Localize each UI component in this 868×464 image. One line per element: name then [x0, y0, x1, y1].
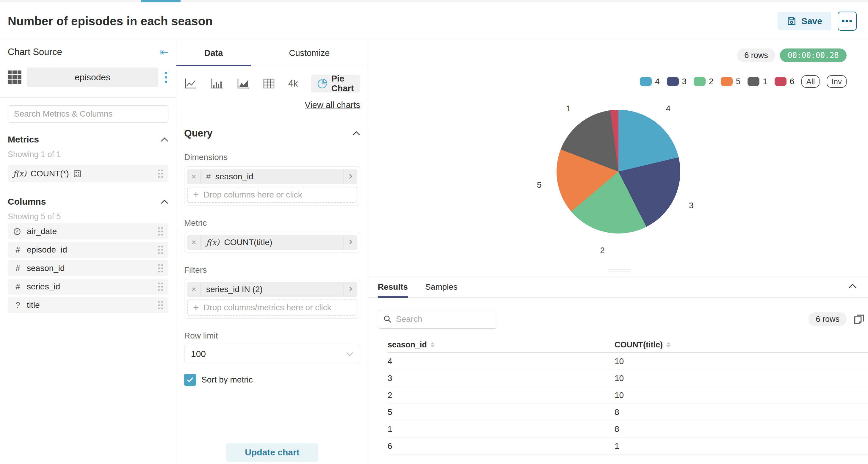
- calculated-metric-icon: [73, 169, 82, 178]
- legend-swatch: [667, 77, 679, 86]
- query-collapse-icon[interactable]: [352, 131, 360, 136]
- tab-data[interactable]: Data: [176, 40, 251, 66]
- copy-icon[interactable]: [852, 312, 866, 326]
- remove-icon[interactable]: ×: [187, 282, 201, 297]
- pie-chart[interactable]: [557, 110, 680, 234]
- legend-item[interactable]: 6: [775, 77, 795, 86]
- legend-swatch: [640, 77, 652, 86]
- table-row[interactable]: 3 10: [388, 370, 868, 387]
- column-label: title: [27, 301, 40, 310]
- big-number-chart-icon[interactable]: 4k: [288, 78, 298, 89]
- dataset-selector[interactable]: episodes: [27, 67, 158, 87]
- sort-by-metric-control[interactable]: Sort by metric: [184, 374, 360, 386]
- column-list-item[interactable]: air_date: [8, 223, 168, 240]
- number-type-icon: #: [13, 264, 23, 273]
- legend-swatch: [775, 77, 786, 86]
- row-count-badge: 6 rows: [737, 49, 775, 62]
- tab-samples[interactable]: Samples: [425, 277, 458, 297]
- cell-count: 10: [615, 374, 868, 383]
- number-type-icon: #: [13, 245, 23, 255]
- update-chart-button[interactable]: Update chart: [226, 443, 318, 462]
- row-limit-value: 100: [191, 349, 206, 359]
- table-row[interactable]: 1 8: [388, 421, 868, 438]
- filters-control: × series_id IN (2) › + Drop columns/metr…: [184, 279, 360, 318]
- more-menu-button[interactable]: •••: [838, 11, 857, 31]
- pie-chart-container: 6 rows 00:00:00.28 4 3 2: [368, 40, 868, 277]
- bar-chart-icon[interactable]: [210, 78, 223, 90]
- filters-drop-zone[interactable]: + Drop columns/metrics here or click: [187, 300, 357, 316]
- metrics-collapse-icon[interactable]: [161, 137, 168, 142]
- drop-zone-label: Drop columns here or click: [204, 190, 302, 199]
- legend-swatch: [694, 77, 706, 86]
- remove-icon[interactable]: ×: [187, 235, 201, 250]
- tab-customize[interactable]: Customize: [251, 40, 368, 66]
- table-row[interactable]: 2 10: [388, 387, 868, 404]
- column-header-count-title[interactable]: COUNT(title): [615, 340, 868, 349]
- dimensions-drop-zone[interactable]: + Drop columns here or click: [187, 187, 357, 203]
- table-row[interactable]: 5 8: [388, 404, 868, 421]
- selected-viz-pie-chart[interactable]: Pie Chart: [311, 75, 360, 93]
- drag-handle-icon[interactable]: [158, 169, 163, 178]
- filter-chip-series-id[interactable]: × series_id IN (2) ›: [187, 282, 357, 297]
- chevron-right-icon[interactable]: ›: [344, 282, 357, 297]
- metrics-showing-count: Showing 1 of 1: [8, 150, 168, 159]
- metric-chip-count-title[interactable]: × ƒ(x) COUNT(title) ›: [187, 235, 357, 250]
- tab-results[interactable]: Results: [378, 277, 408, 297]
- sort-by-metric-label: Sort by metric: [202, 375, 253, 384]
- pie-slice-label: 3: [689, 201, 694, 210]
- area-chart-icon[interactable]: [237, 78, 250, 90]
- legend-item[interactable]: 3: [667, 77, 687, 86]
- drag-handle-icon[interactable]: [158, 264, 163, 273]
- cell-count: 10: [615, 357, 868, 366]
- view-all-charts-link[interactable]: View all charts: [305, 100, 360, 110]
- legend-label: 3: [682, 77, 687, 86]
- panel-resize-handle[interactable]: [608, 269, 630, 274]
- legend-item[interactable]: 2: [694, 77, 714, 86]
- filter-chip-label: series_id IN (2): [206, 285, 263, 294]
- dimension-chip-season-id[interactable]: × # season_id ›: [187, 169, 357, 184]
- row-limit-select[interactable]: 100: [184, 345, 360, 363]
- drag-handle-icon[interactable]: [158, 301, 163, 309]
- drag-handle-icon[interactable]: [158, 246, 163, 254]
- metrics-heading: Metrics: [8, 134, 39, 145]
- results-collapse-icon[interactable]: [848, 283, 857, 288]
- function-icon: ƒ(x): [13, 169, 27, 178]
- sort-icon[interactable]: [430, 342, 435, 348]
- column-header-season-id[interactable]: season_id: [388, 340, 615, 349]
- column-list-item[interactable]: # season_id: [8, 260, 168, 276]
- legend-item[interactable]: 1: [747, 77, 768, 86]
- table-chart-icon[interactable]: [263, 78, 275, 89]
- legend-select-all-button[interactable]: All: [801, 75, 819, 88]
- query-timer-badge: 00:00:00.28: [780, 49, 846, 62]
- collapse-panel-icon[interactable]: ⇤: [160, 47, 169, 57]
- metric-label: Metric: [184, 218, 360, 228]
- legend-item[interactable]: 5: [721, 77, 741, 86]
- chevron-right-icon[interactable]: ›: [344, 235, 357, 250]
- drag-handle-icon[interactable]: [158, 227, 163, 236]
- legend-invert-button[interactable]: Inv: [827, 75, 846, 88]
- dataset-options-icon[interactable]: [164, 70, 168, 84]
- metric-chip-label: COUNT(title): [224, 238, 273, 247]
- viz-type-section: 4k Pie Chart View all charts: [176, 66, 368, 119]
- line-chart-icon[interactable]: [184, 78, 197, 90]
- table-row[interactable]: 4 10: [388, 353, 868, 370]
- sort-icon[interactable]: [666, 342, 671, 348]
- column-list-item[interactable]: # episode_id: [8, 242, 168, 258]
- dimensions-label: Dimensions: [184, 153, 360, 162]
- legend-label: 2: [709, 77, 714, 86]
- columns-collapse-icon[interactable]: [161, 199, 168, 204]
- sort-by-metric-checkbox[interactable]: [184, 374, 196, 386]
- number-type-icon: #: [206, 172, 211, 181]
- column-list-item[interactable]: ? title: [8, 297, 168, 313]
- metrics-columns-search-input[interactable]: [8, 105, 168, 123]
- save-button[interactable]: Save: [778, 12, 831, 30]
- table-row[interactable]: 6 1: [388, 438, 868, 455]
- results-search-input[interactable]: [396, 314, 492, 324]
- drag-handle-icon[interactable]: [158, 283, 163, 291]
- metric-list-item[interactable]: ƒ(x) COUNT(*): [8, 165, 168, 182]
- remove-icon[interactable]: ×: [187, 169, 201, 184]
- legend-item[interactable]: 4: [640, 77, 660, 86]
- column-list-item[interactable]: # series_id: [8, 279, 168, 295]
- plus-icon: +: [193, 302, 199, 313]
- chevron-right-icon[interactable]: ›: [344, 169, 357, 184]
